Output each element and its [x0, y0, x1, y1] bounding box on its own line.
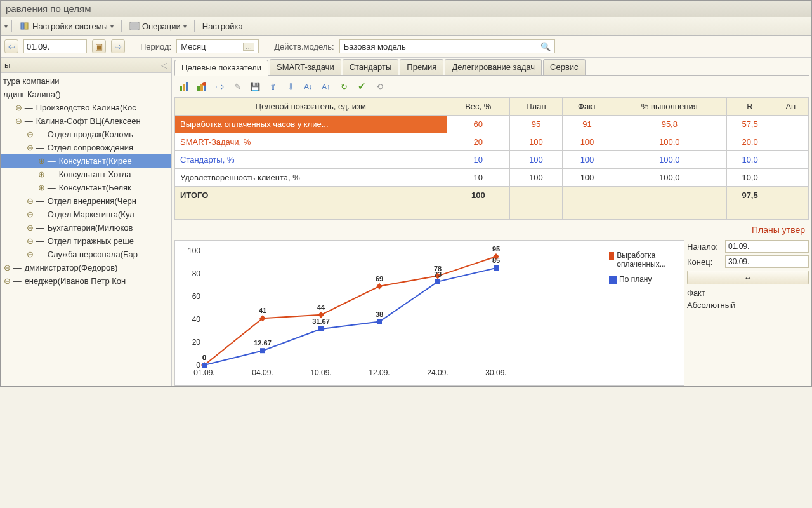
period-select[interactable]: Месяц …: [176, 39, 259, 53]
tree-node[interactable]: ⊖ —Отдел тиражных реше: [1, 234, 171, 248]
separator: [11, 20, 12, 32]
tree-node[interactable]: лдинг Калина(): [1, 88, 171, 101]
end-date-input[interactable]: 30.09.: [725, 255, 809, 268]
period-label: Период:: [140, 42, 171, 51]
date-picker-button[interactable]: ▣: [92, 39, 106, 53]
tree-node[interactable]: ⊖ —Отдел внедрения(Черн: [1, 194, 171, 208]
tree-node[interactable]: ⊖ —Производство Калина(Кос: [1, 101, 171, 114]
edit-button[interactable]: ✎: [230, 79, 244, 93]
chart-legend: Выработка оплаченных... По плану: [609, 251, 679, 290]
main-content: Целевые показателиSMART-задачиСтандартыП…: [172, 58, 811, 386]
disk-icon: 💾: [250, 82, 260, 91]
tree-node[interactable]: ⊕ —Консультант(Кирее: [1, 154, 171, 168]
status-text: Планы утвер: [174, 220, 809, 240]
up-button[interactable]: ⇧: [266, 79, 280, 93]
table-row[interactable]: Выработка оплаченных часов у клие...6095…: [175, 116, 809, 133]
tree-node[interactable]: тура компании: [1, 74, 171, 88]
svg-rect-7: [183, 84, 185, 91]
date-input[interactable]: 01.09.: [23, 39, 87, 53]
link-button[interactable]: ⟲: [372, 79, 386, 93]
column-header[interactable]: Ан: [773, 98, 808, 116]
table-row[interactable]: SMART-Задачи, %20100100100,020,0: [175, 133, 809, 151]
save-button[interactable]: 💾: [248, 79, 262, 93]
arrow-up-icon: ⇧: [270, 82, 277, 91]
list-icon: [129, 21, 140, 31]
arrow-right-icon: ⇨: [115, 42, 122, 51]
menu-operations[interactable]: Операции ▾: [126, 20, 190, 32]
measure-select[interactable]: Факт: [687, 288, 809, 298]
search-icon[interactable]: 🔍: [540, 42, 551, 51]
refresh-button[interactable]: ↻: [337, 79, 351, 93]
column-header[interactable]: % выполнения: [612, 98, 727, 116]
sort-asc-icon: A↓: [304, 83, 313, 90]
tree-node[interactable]: ⊖ —Отдел Маркетинга(Кул: [1, 208, 171, 221]
tree-node[interactable]: ⊖ —Отдел продаж(Коломь: [1, 128, 171, 141]
model-select[interactable]: Базовая модель 🔍: [339, 39, 555, 53]
svg-rect-39: [260, 348, 265, 353]
chart-controls: Начало:01.09. Конец:30.09. ↔ Факт Абсолю…: [687, 240, 809, 386]
tree-node[interactable]: ⊖ —дминистратор(Федоров): [1, 261, 171, 274]
menu-settings[interactable]: Настройки системы ▾: [16, 20, 117, 32]
menu-dropdown-icon[interactable]: ▾: [4, 23, 8, 30]
tab[interactable]: Целевые показатели: [174, 60, 268, 76]
menu-operations-label: Операции: [142, 22, 181, 31]
sort-desc-button[interactable]: A↑: [319, 79, 333, 93]
sidebar: ы ◁ тура компаниилдинг Калина()⊖ —Произв…: [1, 58, 172, 386]
period-value: Месяц: [181, 42, 206, 51]
tree-node[interactable]: ⊖ —Бухгалтерия(Милюков: [1, 221, 171, 234]
start-date-input[interactable]: 01.09.: [725, 240, 809, 253]
refresh-icon: ↻: [341, 82, 348, 91]
tree-node[interactable]: ⊕ —Консультант Хотла: [1, 168, 171, 181]
line-chart: 02040608010001.09.04.09.10.09.12.09.24.0…: [179, 244, 572, 383]
forward-button[interactable]: ⇨: [213, 79, 226, 93]
sort-asc-button[interactable]: A↓: [301, 79, 315, 93]
svg-text:12.67: 12.67: [254, 339, 272, 347]
svg-point-12: [202, 82, 206, 86]
tree-node[interactable]: ⊖ —Калина-Софт ВЦ(Алексеен: [1, 114, 171, 128]
chart-edit-button[interactable]: [195, 79, 209, 93]
column-header[interactable]: Вес, %: [447, 98, 510, 116]
nav-next-button[interactable]: ⇨: [111, 39, 125, 53]
calendar-icon: ▣: [95, 42, 103, 51]
svg-rect-0: [21, 23, 24, 29]
tree-node[interactable]: ⊖ —енеджер(Иванов Петр Кон: [1, 274, 171, 288]
chart-add-button[interactable]: [177, 79, 191, 93]
apply-button[interactable]: ✔: [355, 79, 369, 93]
svg-text:04.09.: 04.09.: [252, 368, 273, 377]
sidebar-title: ы: [4, 60, 10, 70]
model-label: Действ.модель:: [274, 42, 334, 51]
tab[interactable]: Делегирование задач: [445, 59, 542, 75]
fit-range-button[interactable]: ↔: [687, 271, 809, 284]
pencil-icon: ✎: [234, 82, 241, 91]
down-button[interactable]: ⇩: [284, 79, 298, 93]
legend-label-1: Выработка оплаченных...: [617, 251, 679, 269]
chevron-down-icon: ▾: [110, 23, 114, 30]
column-header[interactable]: R: [727, 98, 773, 116]
menu-settings-label: Настройки системы: [32, 22, 108, 31]
tree-node[interactable]: ⊖ —Отдел сопровождения: [1, 141, 171, 154]
svg-text:85: 85: [492, 257, 500, 264]
svg-text:38: 38: [376, 311, 383, 318]
nav-prev-button[interactable]: ⇦: [4, 39, 18, 53]
table-row[interactable]: Удовлетворенность клиента, %10100100100,…: [175, 169, 809, 187]
collapse-icon[interactable]: ◁: [161, 60, 167, 70]
tree-node[interactable]: ⊖ —Служба персонала(Бар: [1, 248, 171, 261]
start-label: Начало:: [687, 242, 723, 251]
tab[interactable]: SMART-задачи: [270, 59, 341, 75]
tab[interactable]: Стандарты: [343, 59, 399, 75]
tab[interactable]: Премия: [400, 59, 443, 75]
column-header[interactable]: План: [510, 98, 563, 116]
table-row[interactable]: Стандарты, %10100100100,010,0: [175, 151, 809, 169]
tab[interactable]: Сервис: [543, 59, 586, 75]
svg-marker-31: [376, 283, 383, 290]
link-icon: ⟲: [376, 82, 383, 91]
svg-rect-41: [318, 326, 324, 331]
sidebar-header: ы ◁: [1, 58, 171, 73]
scale-select[interactable]: Абсолютный: [687, 300, 809, 310]
menu-config[interactable]: Настройка: [199, 20, 247, 32]
column-header[interactable]: Факт: [562, 98, 612, 116]
legend-label-2: По плану: [619, 275, 652, 284]
svg-rect-1: [25, 23, 28, 29]
tree-node[interactable]: ⊕ —Консультант(Беляк: [1, 181, 171, 194]
column-header[interactable]: Целевой показатель, ед. изм: [175, 98, 447, 116]
